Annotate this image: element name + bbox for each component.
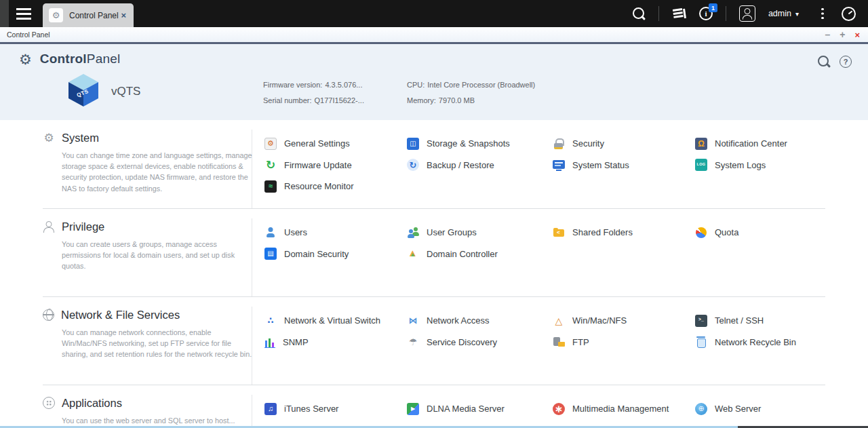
window-title-bar: Control Panel – + × [0,27,868,42]
item-ftp[interactable]: FTP [553,335,695,349]
item-itunes-server[interactable]: iTunes Server [264,402,407,416]
serial-value: Q177I15622-... [315,96,364,104]
shared-folders-icon [553,227,565,239]
item-users[interactable]: Users [264,225,407,239]
quota-icon [696,227,707,238]
control-panel-body: System You can change time zone and lang… [0,120,868,428]
nas-logo: QTS [65,74,102,109]
item-firmware-update[interactable]: Firmware Update [264,158,407,172]
main-menu-button[interactable] [16,8,31,20]
page-title: ControlPanel [40,52,121,66]
search-icon[interactable] [633,7,646,20]
item-shared-folders[interactable]: Shared Folders [553,225,695,239]
section-system: System You can change time zone and lang… [43,120,825,208]
section-description: You can change time zone and language se… [62,150,254,194]
tab-label: Control Panel [69,11,119,20]
item-general-settings[interactable]: General Settings [264,136,407,151]
notifications-icon[interactable]: 1 [699,7,713,20]
section-privilege: Privilege You can create users & groups,… [43,208,825,296]
tab-control-panel[interactable]: Control Panel [43,3,134,27]
notification-badge: 1 [709,3,717,12]
user-menu[interactable]: admin [768,9,799,18]
section-title: Network & File Services [61,309,180,322]
hamburger-icon [16,8,31,20]
general-settings-icon [264,138,277,150]
serial-label: Serial number: [263,96,312,104]
caret-down-icon [795,9,799,18]
window-title: Control Panel [7,31,50,39]
item-resource-monitor[interactable]: Resource Monitor [264,179,407,193]
control-panel-header: ControlPanel QTS vQTS Firmware version:4… [0,44,868,120]
section-description: You can use the web server and SQL serve… [62,415,254,426]
firmware-update-icon [264,159,277,171]
item-notification-center[interactable]: Notification Center [695,136,827,151]
users-icon [264,227,277,239]
section-title: System [62,132,99,144]
user-groups-icon [407,227,419,239]
item-security[interactable]: Security [553,136,695,151]
panel-search-icon[interactable] [818,56,830,68]
item-web-server[interactable]: Web Server [695,402,827,416]
cpu-value: Intel Core Processor (Broadwell) [427,81,535,89]
background-tasks-icon[interactable] [672,7,686,20]
service-discovery-icon [407,336,419,348]
telnet-ssh-icon [695,315,707,327]
topbar-actions: 1 admin [633,5,868,22]
item-multimedia-management[interactable]: Multimedia Management [553,402,695,416]
maximize-button[interactable]: + [840,30,845,39]
user-avatar-icon[interactable] [739,5,755,22]
section-title: Privilege [62,220,104,233]
ftp-icon [553,336,565,348]
item-system-status[interactable]: System Status [553,158,695,172]
dashboard-icon[interactable] [842,7,856,21]
item-network-access[interactable]: Network Access [407,313,553,328]
storage-snapshots-icon [407,138,419,150]
item-telnet-ssh[interactable]: Telnet / SSH [695,313,827,328]
multimedia-management-icon [553,403,565,415]
cpu-label: CPU: [407,81,425,89]
snmp-icon [264,338,275,348]
system-status-icon [553,160,565,169]
nas-model: vQTS [111,85,140,98]
system-logs-icon [695,159,707,171]
item-network-virtual-switch[interactable]: Network & Virtual Switch [264,313,407,328]
domain-controller-icon [407,248,419,260]
item-system-logs[interactable]: System Logs [695,158,827,172]
domain-security-icon [264,248,277,260]
topbar-left-strip [0,0,9,27]
qts-top-bar: Control Panel 1 admin [0,0,868,27]
section-network-file-services: Network & File Services You can manage n… [43,296,825,385]
item-storage-snapshots[interactable]: Storage & Snapshots [407,136,553,151]
item-user-groups[interactable]: User Groups [407,225,553,239]
item-snmp[interactable]: SNMP [264,335,407,349]
control-panel-gear-icon [49,8,63,22]
help-icon[interactable] [840,56,852,68]
section-description: You can manage network connections, enab… [62,327,254,360]
nas-info: Firmware version:4.3.5.076... CPU:Intel … [263,81,535,112]
username-label: admin [768,9,791,18]
memory-label: Memory: [407,96,436,104]
item-domain-controller[interactable]: Domain Controller [407,247,553,261]
item-dlna-media-server[interactable]: DLNA Media Server [407,402,553,416]
section-description: You can create users & groups, manage ac… [62,239,254,272]
item-win-mac-nfs[interactable]: Win/Mac/NFS [553,313,695,328]
network-virtual-switch-icon [264,315,277,327]
item-service-discovery[interactable]: Service Discovery [407,335,553,349]
close-button[interactable]: × [854,31,860,39]
globe-icon [43,309,54,321]
dlna-media-server-icon [407,403,419,415]
more-options-icon[interactable] [821,8,825,20]
window-controls: – + × [825,30,860,39]
web-server-icon [695,403,707,415]
item-backup-restore[interactable]: Backup / Restore [407,158,553,172]
item-domain-security[interactable]: Domain Security [264,247,407,261]
topbar-divider [726,6,726,21]
item-network-recycle-bin[interactable]: Network Recycle Bin [695,335,827,349]
tab-close-icon[interactable] [119,9,127,21]
gear-icon [19,52,32,66]
minimize-button[interactable]: – [825,30,830,39]
memory-value: 7970.0 MB [439,96,475,104]
item-quota[interactable]: Quota [695,225,827,239]
network-recycle-bin-icon [695,336,707,348]
section-applications: Applications You can use the web server … [43,385,825,428]
